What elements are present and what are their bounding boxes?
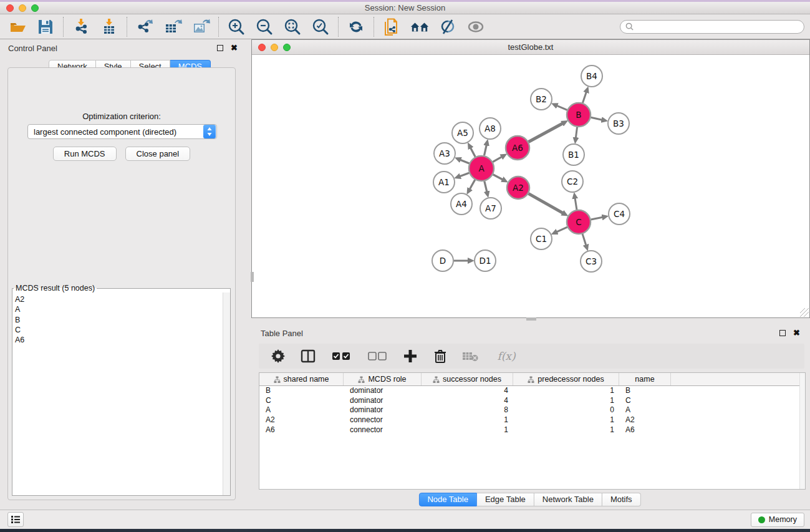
import-network-button[interactable]	[72, 17, 90, 36]
graph-node-A7[interactable]: A7	[480, 198, 501, 219]
run-mcds-button[interactable]: Run MCDS	[53, 147, 117, 161]
close-table-panel-icon[interactable]: ✖	[793, 330, 800, 336]
criterion-select[interactable]: largest connected component (directed)	[27, 124, 217, 139]
graph-node-C4[interactable]: C4	[609, 203, 630, 225]
graph-edge-C-C3[interactable]	[582, 234, 586, 245]
delete-column-button[interactable]	[432, 348, 448, 364]
mcds-result-item[interactable]: A	[15, 304, 223, 314]
deselect-all-button[interactable]	[366, 348, 388, 364]
graph-edge-A-A5[interactable]	[471, 148, 476, 157]
table-row[interactable]: Cdominator41C	[259, 396, 805, 406]
table-settings-button[interactable]	[270, 348, 286, 364]
tab-node-table[interactable]: Node Table	[418, 493, 477, 506]
birds-eye-button[interactable]	[466, 17, 485, 36]
graph-edge-B-B1[interactable]	[576, 127, 577, 138]
graph-node-C1[interactable]: C1	[531, 228, 552, 249]
import-table-button[interactable]	[100, 17, 118, 36]
zoom-in-button[interactable]	[227, 17, 246, 36]
graph-edge-B-B2[interactable]	[557, 105, 567, 110]
export-image-button[interactable]	[191, 17, 210, 36]
mcds-result-item[interactable]: B	[15, 315, 223, 325]
memory-button[interactable]: Memory	[751, 513, 804, 527]
graph-edge-A-A3[interactable]	[460, 160, 470, 163]
close-panel-button[interactable]: Close panel	[125, 147, 191, 161]
graph-edge-A-A8[interactable]	[484, 145, 486, 155]
mcds-result-item[interactable]: A6	[15, 335, 223, 345]
table-row[interactable]: Bdominator41B	[259, 386, 805, 396]
graph-node-A4[interactable]: A4	[451, 193, 472, 215]
graph-edge-C-C2[interactable]	[575, 198, 577, 210]
graph-edge-A-A2[interactable]	[493, 175, 503, 180]
graph-node-B3[interactable]: B3	[608, 113, 629, 134]
graph-node-A6[interactable]: A6	[506, 136, 529, 160]
task-history-button[interactable]	[7, 512, 24, 527]
graph-edge-A-A1[interactable]	[460, 173, 469, 176]
network-canvas[interactable]: B4B2BB3A5A8A6B1A3AC2A1A2A4A7CC4C1C3DD1	[252, 55, 809, 317]
graph-node-A2[interactable]: A2	[507, 177, 529, 199]
search-field[interactable]	[620, 20, 804, 34]
zoom-selected-button[interactable]	[311, 17, 330, 36]
table-scrollbar[interactable]	[799, 373, 805, 489]
graph-edge-B-B4[interactable]	[582, 92, 586, 103]
zoom-fit-button[interactable]	[283, 17, 302, 36]
table-row[interactable]: A6connector11A6	[259, 425, 805, 435]
delete-table-button[interactable]	[462, 348, 478, 364]
export-network-button[interactable]	[135, 17, 154, 36]
graph-edge-A-A6[interactable]	[493, 157, 502, 162]
float-panel-icon[interactable]	[217, 45, 223, 51]
new-network-button[interactable]	[382, 17, 401, 36]
mcds-result-item[interactable]: C	[15, 325, 223, 335]
export-table-button[interactable]	[163, 17, 182, 36]
graph-edge-C-C1[interactable]	[557, 227, 567, 232]
open-session-button[interactable]	[8, 17, 27, 36]
graph-edge-A6-B[interactable]	[529, 123, 563, 142]
network-vertical-scrollbar[interactable]	[251, 272, 254, 282]
tab-edge-table[interactable]: Edge Table	[477, 493, 534, 506]
graph-node-D1[interactable]: D1	[475, 250, 496, 271]
table-row[interactable]: Adominator80A	[259, 405, 805, 415]
resize-grip[interactable]	[800, 308, 809, 317]
float-table-panel-icon[interactable]	[779, 330, 786, 336]
refresh-button[interactable]	[347, 17, 365, 36]
table-row[interactable]: A2connector11A2	[259, 415, 805, 425]
add-column-button[interactable]	[402, 348, 418, 364]
graph-node-A3[interactable]: A3	[434, 143, 455, 164]
search-input[interactable]	[637, 22, 799, 31]
save-session-button[interactable]	[36, 17, 55, 36]
graph-edge-A2-C[interactable]	[529, 193, 563, 213]
network-horizontal-scrollbar[interactable]	[526, 317, 536, 321]
graph-node-A8[interactable]: A8	[480, 118, 501, 139]
split-table-button[interactable]	[300, 348, 316, 364]
select-all-button[interactable]	[330, 348, 352, 364]
graph-node-A5[interactable]: A5	[452, 122, 473, 143]
graphics-details-button[interactable]	[438, 17, 457, 36]
graph-node-B1[interactable]: B1	[563, 144, 584, 165]
zoom-in-icon	[228, 18, 245, 36]
mcds-result-item[interactable]: A2	[15, 294, 223, 304]
column-header-predecessor-nodes[interactable]: predecessor nodes	[513, 373, 619, 385]
tab-motifs[interactable]: Motifs	[602, 493, 641, 506]
graph-node-C3[interactable]: C3	[581, 251, 602, 272]
function-builder-button[interactable]: f(x)	[492, 348, 521, 364]
result-scrollbar[interactable]	[223, 293, 230, 495]
graph-node-C2[interactable]: C2	[562, 171, 583, 192]
graph-node-A1[interactable]: A1	[433, 172, 455, 193]
graph-edge-A-A7[interactable]	[485, 181, 487, 191]
graph-node-A[interactable]: A	[469, 156, 494, 181]
graph-node-B2[interactable]: B2	[531, 89, 552, 110]
graph-node-B4[interactable]: B4	[581, 65, 602, 87]
graph-node-D[interactable]: D	[432, 250, 453, 271]
zoom-out-button[interactable]	[255, 17, 274, 36]
column-header-shared-name[interactable]: shared name	[259, 373, 344, 385]
graph-edge-A-A4[interactable]	[470, 180, 475, 189]
graph-edge-C-C4[interactable]	[591, 217, 603, 220]
show-all-views-button[interactable]	[410, 17, 429, 36]
graph-edge-B-B3[interactable]	[591, 117, 602, 120]
column-header-name[interactable]: name	[619, 373, 671, 385]
graph-node-C[interactable]: C	[567, 210, 591, 234]
column-header-MCDS-role[interactable]: MCDS role	[344, 373, 422, 385]
graph-node-B[interactable]: B	[567, 103, 591, 127]
tab-network-table[interactable]: Network Table	[534, 493, 602, 506]
close-panel-icon[interactable]: ✖	[231, 45, 238, 51]
column-header-successor-nodes[interactable]: successor nodes	[422, 373, 513, 385]
